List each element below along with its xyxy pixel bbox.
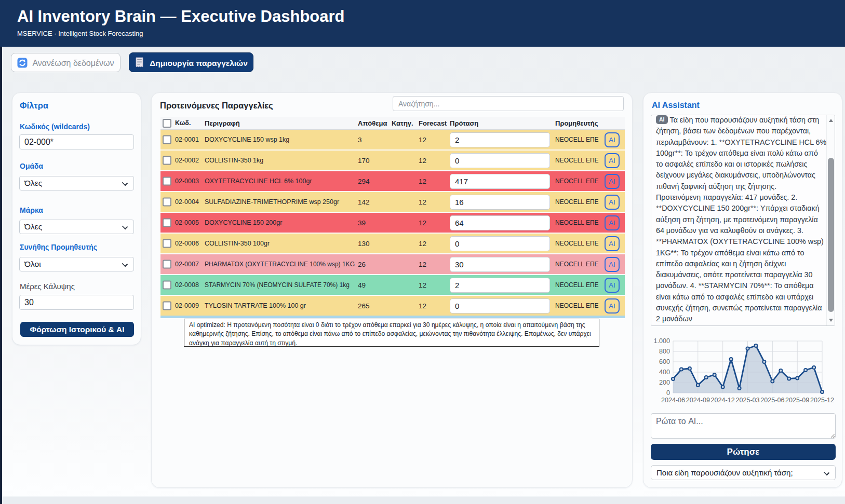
svg-text:0: 0	[666, 389, 670, 397]
svg-text:2024-09: 2024-09	[686, 397, 710, 404]
svg-text:400: 400	[659, 369, 670, 376]
svg-text:2025-03: 2025-03	[735, 397, 759, 404]
svg-text:2024-06: 2024-06	[661, 397, 685, 404]
svg-text:2025-09: 2025-09	[785, 397, 809, 404]
svg-text:800: 800	[659, 348, 670, 355]
svg-text:2024-12: 2024-12	[711, 397, 735, 404]
svg-text:600: 600	[659, 358, 670, 365]
svg-text:200: 200	[659, 379, 670, 386]
svg-text:2025-06: 2025-06	[760, 397, 784, 404]
svg-text:2025-12: 2025-12	[810, 397, 834, 404]
svg-text:1.000: 1.000	[653, 337, 670, 345]
